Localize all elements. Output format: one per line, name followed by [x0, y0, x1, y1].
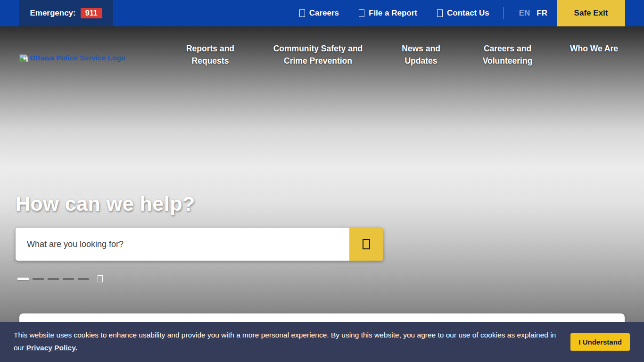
- carousel-indicator-3[interactable]: [48, 278, 59, 280]
- cookie-banner: This website uses cookies to enhance usa…: [0, 322, 644, 362]
- site-search: [16, 228, 383, 261]
- nav-item-community-safety[interactable]: Community Safety and Crime Prevention: [264, 42, 372, 67]
- language-en[interactable]: EN: [519, 8, 530, 18]
- careers-link-label: Careers: [309, 8, 339, 18]
- cookie-message: This website uses cookies to enhance usa…: [14, 329, 564, 354]
- careers-icon: [299, 9, 305, 17]
- page-title: How can we help?: [16, 192, 195, 215]
- cookie-message-text: This website uses cookies to enhance usa…: [14, 331, 556, 352]
- file-a-report-link[interactable]: File a Report: [359, 8, 417, 18]
- safe-exit-button[interactable]: Safe Exit: [557, 0, 625, 26]
- file-report-icon: [359, 9, 364, 17]
- contact-us-link-label: Contact Us: [447, 8, 489, 18]
- cookie-accept-button[interactable]: I Understand: [570, 333, 630, 351]
- pause-icon: [98, 275, 103, 282]
- emergency-number-badge: 911: [81, 8, 102, 18]
- carousel-indicator-2[interactable]: [33, 278, 44, 280]
- language-toggle: EN FR: [519, 8, 547, 18]
- hero-section: Ottawa Police Service Logo Reports and R…: [0, 26, 644, 362]
- search-icon: [363, 239, 370, 249]
- search-button[interactable]: [349, 228, 383, 261]
- topbar-links: Careers File a Report Contact Us EN FR S…: [299, 0, 644, 26]
- contact-us-link[interactable]: Contact Us: [437, 8, 489, 18]
- broken-image-icon: [19, 54, 28, 62]
- nav-list: Reports and Requests Community Safety an…: [175, 42, 625, 67]
- file-a-report-link-label: File a Report: [369, 8, 417, 18]
- nav-item-news-and-updates[interactable]: News and Updates: [390, 42, 452, 67]
- carousel-controls: [17, 275, 103, 282]
- carousel-indicator-1[interactable]: [17, 278, 29, 280]
- main-navigation: Ottawa Police Service Logo Reports and R…: [0, 26, 644, 67]
- emergency-banner: Emergency: 911: [19, 0, 113, 26]
- nav-item-careers-and-volunteering[interactable]: Careers and Volunteering: [470, 42, 545, 67]
- search-input[interactable]: [16, 228, 349, 261]
- privacy-policy-link[interactable]: Privacy Policy.: [26, 344, 77, 352]
- nav-item-reports-and-requests[interactable]: Reports and Requests: [175, 42, 246, 67]
- topbar-divider: [504, 7, 504, 19]
- top-utility-bar: Emergency: 911 Careers File a Report Con…: [0, 0, 644, 26]
- carousel-pause-button[interactable]: [98, 275, 103, 282]
- nav-item-who-we-are[interactable]: Who We Are: [563, 42, 625, 55]
- carousel-indicator-4[interactable]: [63, 278, 74, 280]
- contact-us-icon: [437, 9, 443, 17]
- logo-link[interactable]: Ottawa Police Service Logo: [19, 54, 175, 62]
- logo-alt-text: Ottawa Police Service Logo: [30, 54, 125, 62]
- emergency-label: Emergency:: [30, 8, 75, 18]
- carousel-indicator-5[interactable]: [78, 278, 89, 280]
- language-fr[interactable]: FR: [537, 8, 547, 18]
- careers-link[interactable]: Careers: [299, 8, 339, 18]
